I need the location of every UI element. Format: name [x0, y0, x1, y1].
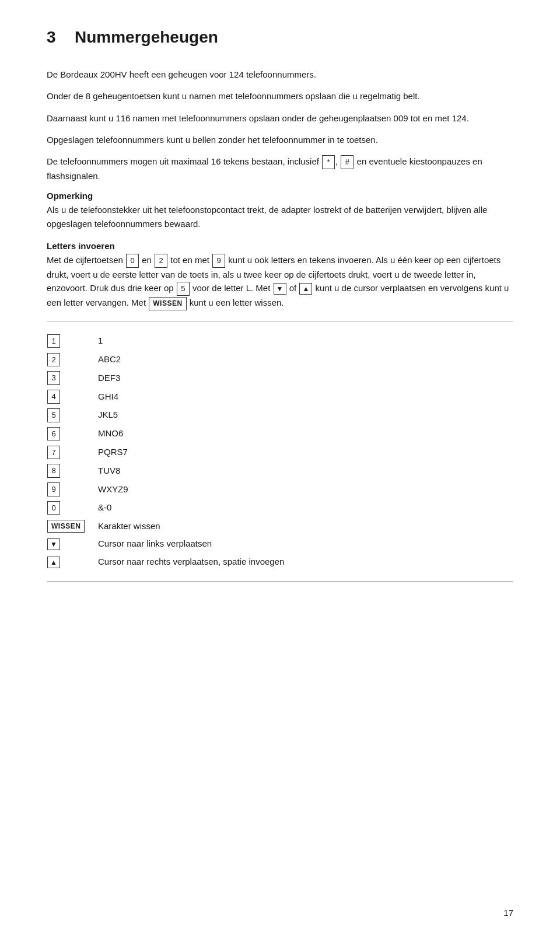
letters-text3: tot en met — [168, 255, 212, 265]
chapter-title: Nummergeheugen — [75, 28, 218, 47]
key-4: 4 — [47, 390, 60, 404]
letters-text2: en — [139, 255, 154, 265]
key-cell: 8 — [47, 461, 93, 480]
key-2: 2 — [47, 353, 60, 367]
letters-text1: Met de cijfertoetsen — [47, 255, 125, 265]
key-cell: 0 — [47, 499, 93, 517]
value-cell: ABC2 — [93, 350, 513, 369]
table-row: 9 WXYZ9 — [47, 480, 513, 499]
value-cell: PQRS7 — [93, 443, 513, 461]
key-wissen: WISSEN — [47, 520, 85, 533]
key-6: 6 — [47, 427, 60, 441]
key-cell: 3 — [47, 369, 93, 387]
table-row: 2 ABC2 — [47, 350, 513, 369]
letters-section: Letters invoeren Met de cijfertoetsen 0 … — [47, 241, 513, 310]
paragraph-4: Opgeslagen telefoonnummers kunt u bellen… — [47, 133, 513, 146]
key-9: 9 — [47, 482, 60, 496]
key-up-inline: ▲ — [299, 283, 312, 295]
value-cell: 1 — [93, 332, 513, 351]
table-row: 5 JKL5 — [47, 406, 513, 425]
key-cell: ▼ — [47, 535, 93, 553]
value-cell: Cursor naar rechts verplaatsen, spatie i… — [93, 553, 513, 571]
paragraph-1: De Bordeaux 200HV heeft een geheugen voo… — [47, 68, 513, 81]
key-table: 1 1 2 ABC2 3 DEF3 4 GHI4 5 JKL5 — [47, 332, 513, 571]
key-down-inline: ▼ — [274, 283, 286, 295]
key-5: 5 — [47, 408, 60, 422]
page-header: 3 Nummergeheugen — [47, 28, 513, 47]
value-cell: TUV8 — [93, 461, 513, 480]
key-8: 8 — [47, 464, 60, 478]
key-7: 7 — [47, 446, 60, 460]
letters-text6: of — [287, 283, 299, 293]
chapter-number: 3 — [47, 28, 75, 47]
value-cell: JKL5 — [93, 406, 513, 425]
letters-section-title: Letters invoeren — [47, 241, 513, 251]
key-cell: 4 — [47, 387, 93, 406]
key-0: 0 — [47, 501, 60, 515]
table-row: 3 DEF3 — [47, 369, 513, 387]
key-2-inline: 2 — [155, 254, 167, 268]
key-cell: 9 — [47, 480, 93, 499]
hash-key: # — [341, 155, 354, 169]
letters-section-body: Met de cijfertoetsen 0 en 2 tot en met 9… — [47, 253, 513, 310]
page-number: 17 — [503, 908, 513, 918]
key-3: 3 — [47, 371, 60, 385]
note-title: Opmerking — [47, 191, 513, 201]
key-cell: 2 — [47, 350, 93, 369]
main-content: De Bordeaux 200HV heeft een geheugen voo… — [47, 68, 513, 582]
paragraph-2: Onder de 8 geheugentoetsen kunt u namen … — [47, 89, 513, 103]
table-row: 1 1 — [47, 332, 513, 351]
letters-text5: voor de letter L. Met — [190, 283, 273, 293]
table-row: ▲ Cursor naar rechts verplaatsen, spatie… — [47, 553, 513, 571]
value-cell: WXYZ9 — [93, 480, 513, 499]
key-cell: 5 — [47, 406, 93, 425]
table-row: WISSEN Karakter wissen — [47, 517, 513, 535]
divider-top — [47, 321, 513, 321]
key-up: ▲ — [47, 557, 60, 568]
table-row: 6 MNO6 — [47, 425, 513, 443]
key-cell: 6 — [47, 425, 93, 443]
value-cell: GHI4 — [93, 387, 513, 406]
key-cell: WISSEN — [47, 517, 93, 535]
table-row: 4 GHI4 — [47, 387, 513, 406]
value-cell: DEF3 — [93, 369, 513, 387]
key-5-inline: 5 — [177, 282, 190, 296]
value-cell: MNO6 — [93, 425, 513, 443]
value-cell: &-0 — [93, 499, 513, 517]
table-row: ▼ Cursor naar links verplaatsen — [47, 535, 513, 553]
divider-bottom — [47, 581, 513, 582]
key-cell: 7 — [47, 443, 93, 461]
value-cell: Karakter wissen — [93, 517, 513, 535]
table-row: 8 TUV8 — [47, 461, 513, 480]
table-row: 0 &-0 — [47, 499, 513, 517]
key-down: ▼ — [47, 538, 60, 550]
key-wissen-inline: WISSEN — [149, 297, 186, 310]
note-text: Als u de telefoonstekker uit het telefoo… — [47, 203, 513, 230]
paragraph-5: De telefoonnummers mogen uit maximaal 16… — [47, 155, 513, 183]
paragraph-3: Daarnaast kunt u 116 namen met telefoonn… — [47, 111, 513, 125]
value-cell: Cursor naar links verplaatsen — [93, 535, 513, 553]
key-cell: 1 — [47, 332, 93, 351]
key-1: 1 — [47, 334, 60, 348]
key-cell: ▲ — [47, 553, 93, 571]
key-9-inline: 9 — [212, 254, 225, 268]
letters-text8: kunt u een letter wissen. — [187, 298, 284, 307]
note-section: Opmerking Als u de telefoonstekker uit h… — [47, 191, 513, 230]
page: 3 Nummergeheugen De Bordeaux 200HV heeft… — [0, 0, 560, 941]
table-row: 7 PQRS7 — [47, 443, 513, 461]
key-0-inline: 0 — [126, 254, 139, 268]
star-key: * — [322, 155, 335, 169]
